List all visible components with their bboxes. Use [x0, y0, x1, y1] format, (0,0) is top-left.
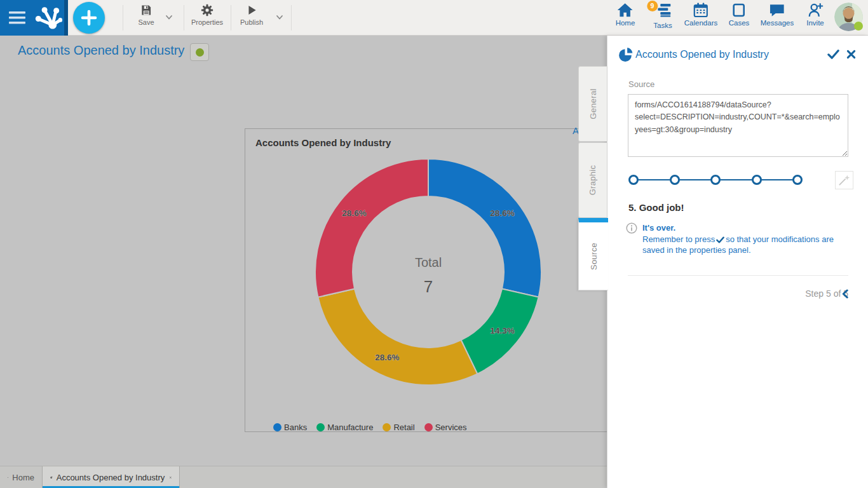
- magic-wand-button[interactable]: [835, 171, 853, 189]
- status-toggle-button[interactable]: [190, 43, 209, 61]
- legend-item-manufacture[interactable]: Manufacture: [316, 423, 373, 432]
- pie-chart-icon: [50, 473, 53, 482]
- info-icon: [626, 222, 637, 234]
- save-chevron-down-icon[interactable]: [165, 13, 173, 22]
- tab-general-label: General: [588, 88, 598, 119]
- chart-title: Accounts Opened by Industry: [255, 137, 391, 148]
- save-icon: [140, 4, 153, 17]
- slice-percent-label: 28.6%: [375, 353, 399, 362]
- nav-cases[interactable]: Cases: [729, 3, 750, 27]
- donut-slice-services[interactable]: [315, 159, 428, 297]
- donut-slice-retail[interactable]: [318, 288, 477, 385]
- application-window: Save Properties Pu: [0, 0, 868, 488]
- panel-title: Accounts Opened by Industry: [635, 49, 769, 60]
- legend-item-services[interactable]: Services: [424, 423, 467, 432]
- nav-home-label: Home: [616, 19, 635, 27]
- legend-dot: [383, 423, 391, 431]
- tasks-badge: 9: [647, 1, 658, 11]
- slice-percent-label: 28.6%: [490, 208, 514, 218]
- publish-chevron-down-icon[interactable]: [275, 13, 284, 22]
- bottom-tab-home[interactable]: Home: [0, 466, 43, 488]
- tab-source[interactable]: Source: [578, 218, 608, 290]
- toolbar-divider: [291, 5, 292, 30]
- source-textarea[interactable]: forms/ACCO1614188794/dataSource?select=D…: [628, 94, 848, 157]
- nav-tasks-label: Tasks: [653, 22, 672, 29]
- app-logo-icon[interactable]: [32, 4, 62, 32]
- slice-percent-label: 28.6%: [342, 208, 366, 218]
- properties-label: Properties: [191, 18, 223, 26]
- tab-source-label: Source: [589, 243, 599, 270]
- brand-block: [0, 0, 68, 36]
- bottom-tab-bar: Home Accounts Opened by Industry: [0, 466, 607, 488]
- wizard-info-text: It's over.Remember to pressso that your …: [642, 222, 847, 255]
- home-icon: [617, 3, 634, 18]
- legend-label: Retail: [393, 423, 414, 432]
- hamburger-menu-icon[interactable]: [9, 11, 25, 24]
- info-title: It's over.: [642, 222, 847, 233]
- wizard-step-title: 5. Good job!: [628, 202, 684, 213]
- stepper-dot-2[interactable]: [670, 175, 680, 185]
- toolbar-divider: [123, 5, 123, 30]
- tab-graphic[interactable]: Graphic: [578, 142, 607, 218]
- panel-divider: [628, 275, 848, 276]
- nav-cases-label: Cases: [729, 19, 750, 27]
- nav-home[interactable]: Home: [616, 3, 635, 27]
- magic-wand-icon: [838, 174, 850, 186]
- publish-button[interactable]: Publish: [236, 4, 267, 26]
- toolbar-divider: [184, 5, 184, 30]
- chart-legend: Banks Manufacture Retail Services: [273, 423, 467, 432]
- close-tab-icon[interactable]: [170, 474, 172, 481]
- save-button[interactable]: Save: [131, 4, 161, 26]
- stepper-dot-3[interactable]: [710, 175, 721, 185]
- nav-invite[interactable]: Invite: [806, 3, 824, 27]
- toolbar-divider: [231, 5, 231, 30]
- legend-item-banks[interactable]: Banks: [273, 423, 307, 432]
- inline-check-icon: [716, 236, 724, 243]
- legend-label: Banks: [284, 423, 307, 432]
- panel-side-tabs: General Graphic Source: [578, 66, 607, 290]
- panel-header: Accounts Opened by Industry: [607, 36, 868, 69]
- user-avatar[interactable]: [834, 3, 863, 31]
- status-green-dot: [196, 48, 204, 57]
- nav-calendars-label: Calendars: [684, 19, 717, 27]
- stepper-dot-1[interactable]: [628, 175, 639, 185]
- top-toolbar: Save Properties Pu: [0, 0, 868, 36]
- cases-icon: [731, 3, 747, 18]
- nav-calendars[interactable]: Calendars: [684, 3, 717, 27]
- stepper-dot-4[interactable]: [752, 175, 762, 185]
- home-icon: [8, 473, 8, 482]
- tab-general[interactable]: General: [578, 66, 607, 142]
- pie-chart-icon: [618, 47, 634, 63]
- save-label: Save: [138, 18, 154, 26]
- bottom-tab-home-label: Home: [12, 473, 34, 482]
- legend-dot: [273, 423, 281, 431]
- legend-label: Manufacture: [327, 423, 373, 432]
- chart-widget: Accounts Opened by Industry 28.6%14.3%28…: [245, 128, 626, 432]
- nav-messages[interactable]: Messages: [761, 3, 794, 27]
- nav-messages-label: Messages: [761, 19, 794, 27]
- invite-person-plus-icon: [807, 3, 824, 18]
- close-panel-icon[interactable]: [846, 50, 856, 59]
- donut-slice-banks[interactable]: [428, 159, 541, 297]
- publish-label: Publish: [240, 18, 263, 26]
- message-icon: [769, 3, 785, 18]
- properties-button[interactable]: Properties: [189, 4, 226, 26]
- donut-chart[interactable]: 28.6%14.3%28.6%28.6%Total7: [308, 151, 549, 393]
- slice-percent-label: 14.3%: [490, 326, 514, 336]
- source-field-label: Source: [628, 79, 654, 89]
- stepper-dot-5[interactable]: [792, 175, 803, 185]
- previous-step-chevron-left-icon[interactable]: [841, 289, 850, 299]
- legend-item-retail[interactable]: Retail: [383, 423, 414, 432]
- properties-panel: Accounts Opened by Industry Source forms…: [607, 36, 868, 488]
- bottom-tab-accounts[interactable]: Accounts Opened by Industry: [43, 466, 180, 488]
- step-indicator: Step 5 of 5: [607, 288, 848, 299]
- gear-icon: [201, 4, 214, 17]
- confirm-check-icon[interactable]: [827, 49, 839, 60]
- nav-tasks[interactable]: 9 Tasks: [653, 3, 672, 29]
- bottom-tab-accounts-label: Accounts Opened by Industry: [57, 473, 165, 482]
- page-title: Accounts Opened by Industry: [18, 43, 184, 58]
- info-before-check: Remember to press: [642, 234, 715, 244]
- play-icon: [245, 4, 258, 17]
- add-new-button[interactable]: [73, 2, 105, 34]
- legend-dot: [424, 423, 433, 431]
